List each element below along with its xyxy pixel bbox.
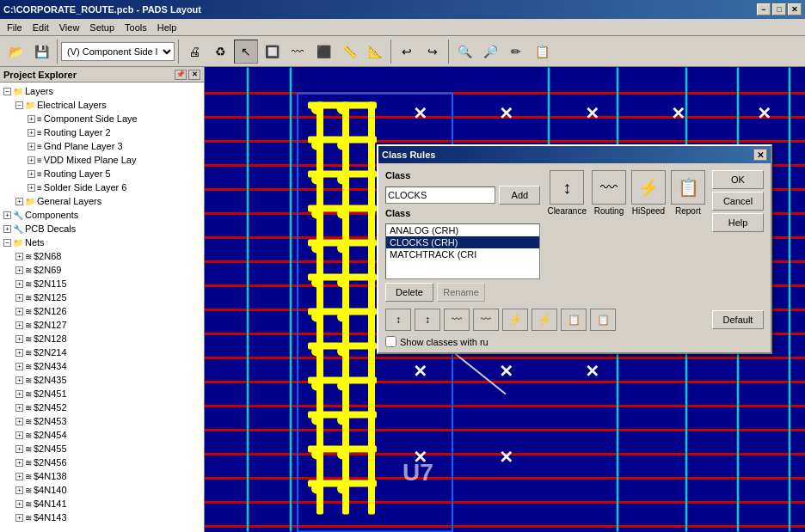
tree-node[interactable]: −📁Layers [2, 84, 202, 98]
panel-header-buttons[interactable]: 📌 ✕ [175, 70, 200, 80]
tool-select[interactable]: ↖ [234, 40, 258, 64]
menu-setup[interactable]: Setup [84, 21, 120, 34]
tree-node[interactable]: +≡Solder Side Layer 6 [2, 180, 202, 194]
add-button[interactable]: Add [499, 186, 540, 205]
tree-expand-btn[interactable]: + [15, 500, 23, 508]
title-bar-buttons[interactable]: − □ ✕ [757, 3, 802, 15]
tree-expand-btn[interactable]: + [15, 198, 23, 205]
menu-edit[interactable]: Edit [28, 21, 54, 34]
tree-node[interactable]: +≋$4N138 [2, 469, 202, 483]
menu-view[interactable]: View [54, 21, 85, 34]
tool-zoom-fit[interactable]: 🔎 [478, 40, 502, 64]
tool-measure[interactable]: 📏 [337, 40, 361, 64]
panel-close-button[interactable]: ✕ [188, 70, 200, 80]
tree-node[interactable]: +≋$2N434 [2, 359, 202, 373]
tree-node[interactable]: +≋$2N127 [2, 318, 202, 332]
tree-area[interactable]: −📁Layers−📁Electrical Layers+≡Component S… [0, 83, 204, 532]
tree-node[interactable]: +📁General Layers [2, 194, 202, 208]
menu-file[interactable]: File [2, 21, 28, 34]
icon-btn-3[interactable]: 〰 [444, 309, 470, 331]
tree-node[interactable]: +🔧PCB Decals [2, 222, 202, 235]
pcb-canvas[interactable]: ✕ ✕ ✕ ✕ ✕ ✕ ✕ ✕ ✕ ✕ ✕ ✕ ✕ ✕ ✕ U7 C40 [205, 67, 805, 532]
tree-expand-btn[interactable]: + [28, 170, 35, 178]
icon-btn-7[interactable]: 📋 [561, 309, 587, 331]
tool-zoom-search[interactable]: 🔍 [452, 40, 476, 64]
dialog-title-bar[interactable]: Class Rules ✕ [378, 146, 771, 163]
list-item[interactable]: CLOCKS (CRH) [386, 236, 539, 248]
list-item[interactable]: ANALOG (CRH) [386, 224, 539, 236]
tree-expand-btn[interactable]: + [15, 390, 23, 398]
tool-copper[interactable]: ⬛ [311, 40, 335, 64]
tree-node[interactable]: +≡Routing Layer 2 [2, 125, 202, 139]
tree-node[interactable]: +≋$2N69 [2, 263, 202, 277]
list-item[interactable]: MATCHTRACK (CRI [386, 248, 539, 260]
tool-route[interactable]: 〰 [286, 40, 310, 64]
tree-expand-btn[interactable]: + [15, 514, 23, 522]
tool-highlight[interactable]: ✏ [504, 40, 528, 64]
tree-expand-btn[interactable]: + [15, 459, 23, 467]
tree-expand-btn[interactable]: + [15, 308, 23, 315]
default-button[interactable]: Default [712, 310, 764, 329]
icon-btn-6[interactable]: ⚡ [532, 309, 557, 331]
icon-btn-4[interactable]: 〰 [473, 309, 499, 331]
panel-pin-button[interactable]: 📌 [175, 70, 187, 80]
icon-btn-5[interactable]: ⚡ [502, 309, 528, 331]
tree-expand-btn[interactable]: − [3, 88, 11, 95]
dialog-icon-button-hispeed[interactable]: ⚡ [631, 170, 666, 205]
tool-print[interactable]: 🖨 [182, 40, 206, 64]
tree-expand-btn[interactable]: − [15, 101, 23, 109]
tree-expand-btn[interactable]: + [28, 129, 35, 137]
cancel-button[interactable]: Cancel [712, 192, 764, 211]
tree-expand-btn[interactable]: + [3, 225, 11, 233]
class-rules-dialog[interactable]: Class Rules ✕ Class Add Class ANALOG (CR… [377, 144, 772, 354]
menu-help[interactable]: Help [152, 21, 182, 34]
minimize-button[interactable]: − [757, 3, 771, 15]
tree-node[interactable]: +≡VDD Mixed Plane Lay [2, 153, 202, 167]
tree-expand-btn[interactable]: + [15, 418, 23, 425]
tool-undo[interactable]: ↩ [395, 40, 419, 64]
tree-expand-btn[interactable]: + [15, 349, 23, 357]
tree-expand-btn[interactable]: + [15, 321, 23, 329]
dialog-icon-button-clearance[interactable]: ↕ [550, 170, 584, 205]
tool-design-rules[interactable]: 📐 [363, 40, 387, 64]
tree-node[interactable]: +≋$4N143 [2, 511, 202, 524]
tree-node[interactable]: +≡Routing Layer 5 [2, 167, 202, 180]
delete-button[interactable]: Delete [385, 283, 433, 302]
tree-node[interactable]: +≋$2N453 [2, 414, 202, 428]
tree-node[interactable]: −📁Electrical Layers [2, 98, 202, 112]
tree-expand-btn[interactable]: + [15, 335, 23, 343]
maximize-button[interactable]: □ [772, 3, 786, 15]
tree-expand-btn[interactable]: + [15, 473, 23, 480]
tree-expand-btn[interactable]: + [15, 280, 23, 288]
tree-node[interactable]: +≋$2N452 [2, 401, 202, 414]
tree-node[interactable]: +≋$2N68 [2, 249, 202, 263]
tree-node[interactable]: +≋$2N454 [2, 428, 202, 442]
dialog-close-button[interactable]: ✕ [753, 149, 767, 161]
help-button[interactable]: Help [712, 213, 764, 232]
tree-expand-btn[interactable]: − [3, 239, 11, 247]
rename-button[interactable]: Rename [437, 283, 485, 302]
icon-btn-1[interactable]: ↕ [385, 309, 411, 331]
tree-expand-btn[interactable]: + [28, 156, 35, 164]
tool-redo[interactable]: ↪ [421, 40, 445, 64]
tool-component[interactable]: 🔲 [260, 40, 284, 64]
tree-expand-btn[interactable]: + [28, 115, 35, 123]
tree-node[interactable]: +≋$2N456 [2, 456, 202, 469]
tree-node[interactable]: +≡Gnd Plane Layer 3 [2, 139, 202, 153]
class-listbox[interactable]: ANALOG (CRH)CLOCKS (CRH)MATCHTRACK (CRI [385, 223, 540, 279]
tree-expand-btn[interactable]: + [28, 184, 35, 192]
dialog-icon-button-routing[interactable]: 〰 [592, 170, 626, 205]
tree-node[interactable]: +≡Component Side Laye [2, 112, 202, 125]
tree-expand-btn[interactable]: + [15, 445, 23, 453]
tree-expand-btn[interactable]: + [15, 294, 23, 302]
dialog-icon-button-report[interactable]: 📋 [671, 170, 705, 205]
menu-tools[interactable]: Tools [120, 21, 152, 34]
tree-expand-btn[interactable]: + [3, 211, 11, 219]
close-button[interactable]: ✕ [788, 3, 802, 15]
tree-expand-btn[interactable]: + [15, 486, 23, 494]
tree-expand-btn[interactable]: + [15, 404, 23, 412]
tool-open[interactable]: 📂 [3, 40, 28, 64]
tree-node[interactable]: +≋$2N125 [2, 290, 202, 304]
tree-node[interactable]: +≋$2N126 [2, 304, 202, 318]
tree-expand-btn[interactable]: + [15, 431, 23, 439]
